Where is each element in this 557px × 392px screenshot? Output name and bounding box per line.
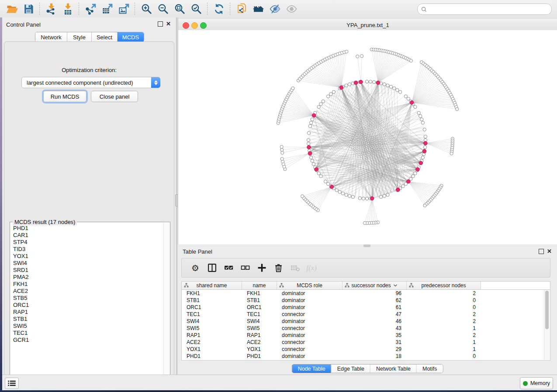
network-node[interactable]: [389, 85, 392, 88]
network-node[interactable]: [351, 195, 354, 198]
zoom-selected-icon[interactable]: [188, 2, 204, 16]
run-mcds-button[interactable]: Run MCDS: [43, 91, 86, 102]
network-node[interactable]: [319, 103, 322, 106]
float-panel-icon[interactable]: [158, 21, 163, 27]
mcds-result-item[interactable]: PHD1: [10, 225, 164, 232]
home-icon[interactable]: [250, 2, 266, 16]
network-canvas[interactable]: [178, 30, 557, 244]
network-node[interactable]: [369, 80, 372, 83]
mcds-hub-node[interactable]: [410, 101, 414, 105]
table-scrollbar[interactable]: [544, 290, 550, 360]
network-node[interactable]: [338, 190, 341, 193]
network-node[interactable]: [396, 89, 399, 92]
network-node[interactable]: [322, 100, 325, 103]
mcds-result-item[interactable]: PMA2: [10, 274, 164, 281]
mcds-hub-node[interactable]: [359, 80, 363, 84]
network-node[interactable]: [423, 128, 426, 131]
add-row-icon[interactable]: [253, 261, 270, 275]
tab-motifs[interactable]: Motifs: [417, 364, 443, 373]
network-node[interactable]: [386, 84, 389, 87]
mcds-list-scrollbar[interactable]: [163, 223, 170, 384]
network-node[interactable]: [326, 182, 329, 186]
tab-select[interactable]: Select: [92, 32, 118, 42]
mcds-hub-node[interactable]: [370, 196, 374, 200]
network-node[interactable]: [363, 221, 366, 224]
mcds-hub-node[interactable]: [376, 81, 380, 85]
settings-gear-icon[interactable]: ⚙: [187, 261, 204, 275]
network-node[interactable]: [420, 118, 423, 121]
network-node[interactable]: [329, 93, 332, 96]
zoom-fit-icon[interactable]: [171, 2, 188, 16]
open-file-icon[interactable]: [3, 2, 20, 16]
import-network-icon[interactable]: [43, 2, 59, 16]
mcds-result-item[interactable]: TID3: [10, 246, 164, 253]
export-image-icon[interactable]: [115, 2, 132, 16]
network-node[interactable]: [311, 159, 314, 162]
mcds-hub-node[interactable]: [407, 180, 411, 184]
network-node[interactable]: [312, 162, 315, 165]
mcds-result-item[interactable]: STP4: [10, 239, 164, 246]
network-node[interactable]: [383, 83, 386, 86]
optimization-criterion-dropdown[interactable]: largest connected component (undirected): [21, 77, 160, 88]
mcds-result-item[interactable]: YOX1: [10, 253, 164, 260]
mcds-hub-node[interactable]: [330, 185, 334, 189]
network-node[interactable]: [280, 148, 284, 151]
close-panel-icon[interactable]: ✕: [547, 249, 552, 254]
mcds-hub-node[interactable]: [419, 161, 423, 165]
tab-network-table[interactable]: Network Table: [370, 364, 417, 373]
network-node[interactable]: [301, 195, 304, 198]
network-node[interactable]: [345, 84, 348, 87]
column-header-predecessor-nodes[interactable]: predecessor nodes: [407, 282, 481, 289]
column-header-name[interactable]: name: [242, 282, 277, 289]
mcds-result-item[interactable]: ACE2: [10, 288, 164, 295]
network-node[interactable]: [424, 135, 427, 138]
network-node[interactable]: [341, 192, 344, 195]
mcds-hub-node[interactable]: [307, 145, 311, 149]
mcds-result-item[interactable]: SWI5: [10, 323, 164, 330]
network-node[interactable]: [280, 158, 284, 161]
tab-style[interactable]: Style: [67, 32, 92, 42]
mcds-hub-node[interactable]: [354, 81, 358, 85]
network-node[interactable]: [309, 156, 312, 159]
network-node[interactable]: [393, 87, 396, 90]
close-panel-button[interactable]: Close panel: [91, 91, 138, 102]
network-node[interactable]: [414, 105, 417, 108]
network-node[interactable]: [358, 196, 361, 199]
toggle-column-icon[interactable]: [204, 261, 220, 275]
network-node[interactable]: [417, 111, 420, 114]
zoom-in-icon[interactable]: [138, 2, 155, 16]
table-scrollbar-thumb[interactable]: [545, 291, 549, 329]
network-node[interactable]: [383, 194, 386, 197]
network-node[interactable]: [404, 95, 407, 98]
table-row[interactable]: STB1STB1dominator620: [182, 297, 550, 304]
mcds-result-item[interactable]: GCR1: [10, 337, 164, 344]
memory-button[interactable]: Memory: [520, 377, 553, 389]
network-node[interactable]: [365, 80, 368, 83]
mcds-result-item[interactable]: TEC1: [10, 330, 164, 337]
network-node[interactable]: [356, 55, 359, 58]
network-node[interactable]: [412, 175, 415, 178]
network-node[interactable]: [386, 193, 389, 196]
network-node[interactable]: [281, 151, 284, 154]
mcds-hub-node[interactable]: [424, 141, 428, 145]
network-node[interactable]: [308, 124, 311, 127]
network-node[interactable]: [365, 197, 368, 200]
network-node[interactable]: [423, 204, 426, 207]
hide-selected-icon[interactable]: [266, 2, 283, 16]
network-node[interactable]: [326, 95, 329, 98]
export-table-icon[interactable]: [99, 2, 115, 16]
column-header-successor-nodes[interactable]: successor nodes: [343, 282, 407, 289]
close-panel-icon[interactable]: ✕: [166, 22, 171, 26]
mcds-hub-node[interactable]: [308, 151, 312, 155]
network-node[interactable]: [307, 142, 310, 145]
zoom-out-icon[interactable]: [155, 2, 171, 16]
table-row[interactable]: TEC1TEC1connector472: [182, 311, 550, 318]
network-node[interactable]: [345, 50, 348, 53]
mcds-hub-node[interactable]: [396, 188, 400, 192]
network-node[interactable]: [362, 197, 365, 200]
mcds-result-item[interactable]: FKH1: [10, 281, 164, 288]
network-node[interactable]: [423, 146, 426, 149]
network-node[interactable]: [307, 131, 310, 134]
table-row[interactable]: ORC1ORC1dominator610: [182, 304, 550, 311]
network-node[interactable]: [348, 83, 351, 86]
